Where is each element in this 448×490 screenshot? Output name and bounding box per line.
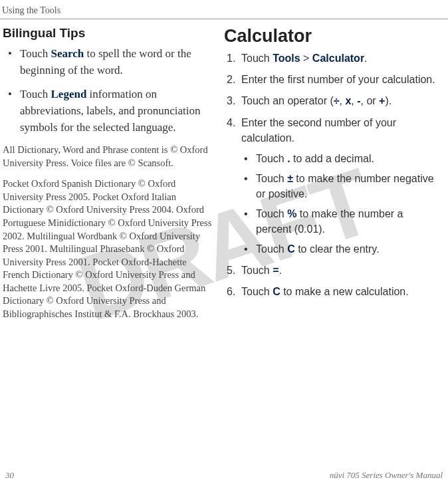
substep-text: Touch (256, 173, 287, 184)
step-text: to make a new calculation. (280, 286, 409, 297)
step-text: Touch an operator ( (241, 95, 334, 106)
step-item: Touch an operator (÷, x, -, or +). (241, 93, 441, 108)
step-item: Enter the first number of your calculati… (241, 72, 441, 87)
step-item: Touch Tools > Calculator. (241, 51, 441, 66)
page-header: Using the Tools (0, 0, 448, 19)
page-number: 30 (5, 470, 14, 481)
substep-item: Touch . to add a decimal. (241, 152, 441, 166)
substep-text: to clear the entry. (295, 243, 380, 255)
tip-item: Touch Legend information on abbreviation… (20, 86, 212, 136)
step-item: Touch C to make a new calculation. (241, 284, 441, 299)
calculator-label: Calculator (312, 53, 364, 64)
step-text: ). (385, 95, 392, 106)
step-text: > (300, 53, 312, 64)
left-column: Bilingual Tips Touch Search to spell the… (0, 26, 224, 321)
calculator-title: Calculator (224, 26, 441, 47)
search-link[interactable]: Search (51, 47, 84, 60)
step-text: . (279, 265, 281, 276)
key-percent: % (287, 208, 296, 219)
tip-text: Touch (20, 47, 51, 60)
key-plusminus: ± (287, 173, 293, 184)
bilingual-tips-title: Bilingual Tips (3, 26, 212, 41)
substep-text: Touch (256, 153, 287, 164)
dictionary-note: All Dictionary, Word and Phrase content … (3, 144, 212, 170)
substep-item: Touch ± to make the number negative or p… (241, 172, 441, 201)
page-footer: 30 nüvi 705 Series Owner's Manual (0, 470, 448, 481)
tip-text: Touch (20, 88, 51, 100)
step-text: , or (361, 95, 380, 106)
key-clear: C (273, 286, 280, 297)
right-column: Calculator Touch Tools > Calculator. Ent… (224, 26, 448, 321)
tools-label: Tools (273, 53, 300, 64)
copyright-text: Pocket Oxford Spanish Dictionary © Oxfor… (3, 178, 212, 320)
step-text: Touch (241, 265, 273, 276)
step-item: Enter the second number of your calculat… (241, 115, 441, 146)
legend-link[interactable]: Legend (51, 88, 87, 100)
substep-item: Touch C to clear the entry. (241, 242, 441, 257)
key-clear: C (287, 243, 295, 255)
substep-text: to add a decimal. (290, 153, 374, 164)
step-text: Touch (241, 286, 273, 297)
step-text: . (364, 53, 367, 64)
manual-title: nüvi 705 Series Owner's Manual (330, 470, 443, 481)
step-text: Touch (241, 53, 273, 64)
substep-text: Touch (256, 243, 287, 255)
step-item: Touch =. (241, 263, 441, 278)
tip-item: Touch Search to spell the word or the be… (20, 46, 212, 78)
step-text: , (351, 95, 357, 106)
op-divide: ÷ (334, 95, 340, 106)
substep-text: Touch (256, 208, 287, 219)
substep-item: Touch % to make the number a percent (0.… (241, 207, 441, 237)
op-multiply: x (345, 95, 351, 106)
